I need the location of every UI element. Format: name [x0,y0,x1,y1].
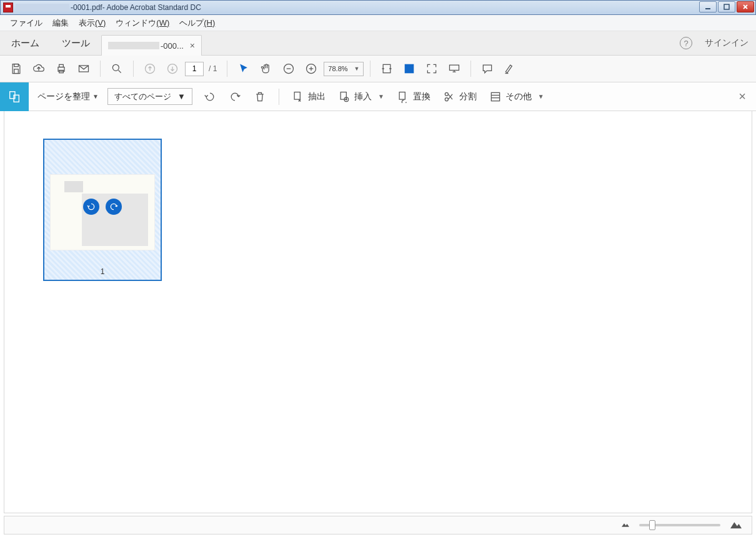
separator [100,61,101,77]
cloud-upload-icon[interactable] [29,59,49,79]
signin-link[interactable]: サインイン [705,37,749,49]
svg-line-11 [119,71,121,73]
menubar: ファイル 編集 表示(V) ウィンドウ(W) ヘルプ(H) [0,15,756,31]
acrobat-app-icon [3,2,13,12]
svg-rect-24 [294,92,300,99]
window-titlebar: -0001.pdf - Adobe Acrobat Standard DC [0,0,756,15]
chevron-down-icon: ▼ [354,66,359,72]
thumbnail-canvas: 1 [4,111,752,513]
title-appname: - Adobe Acrobat Standard DC [102,3,201,12]
page-thumbnail-selected[interactable]: 1 [43,139,162,281]
fit-window-icon[interactable] [399,59,419,79]
extract-button[interactable]: 抽出 [288,87,329,107]
filename-redacted [16,4,69,11]
svg-rect-30 [491,92,499,101]
page-filter-dropdown[interactable]: すべてのページ▼ [107,88,192,105]
chevron-down-icon: ▼ [177,92,186,101]
read-mode-icon[interactable] [444,59,464,79]
chevron-down-icon: ▼ [538,93,544,100]
svg-rect-4 [14,64,19,67]
mail-icon[interactable] [74,59,94,79]
chevron-down-icon: ▼ [92,93,99,100]
svg-point-10 [112,64,119,71]
document-tab[interactable]: -000... × [101,35,202,56]
organize-pages-sidetab-icon[interactable] [0,82,29,111]
rotate-ccw-icon[interactable] [200,87,220,107]
svg-rect-5 [14,69,19,74]
title-filename-suffix: -0001.pdf [71,3,102,12]
zoom-small-icon[interactable] [620,520,630,531]
selection-tool-icon[interactable] [234,59,254,79]
separator [470,61,471,77]
doc-tab-name-redacted [108,42,159,49]
zoom-in-icon[interactable] [301,59,321,79]
print-icon[interactable] [51,59,71,79]
thumbnail-rotate-cw-icon[interactable] [106,199,122,215]
organize-pages-dropdown[interactable]: ページを整理▼ [29,91,107,102]
other-button[interactable]: その他▼ [485,87,548,107]
svg-rect-7 [59,64,64,67]
svg-point-28 [445,92,448,96]
menu-edit[interactable]: 編集 [47,17,74,29]
page-number-input[interactable] [185,62,204,76]
separator [227,61,227,77]
prev-page-icon[interactable] [140,59,160,79]
split-button[interactable]: 分割 [439,87,480,107]
svg-rect-1 [724,4,729,9]
close-window-button[interactable] [737,1,754,12]
doc-tab-suffix: -000... [161,41,184,51]
thumbnail-page-number: 1 [44,267,161,276]
search-icon[interactable] [107,59,127,79]
svg-rect-19 [384,64,391,72]
tab-home[interactable]: ホーム [0,31,51,55]
tabsbar: ホーム ツール -000... × ? サインイン [0,31,756,56]
highlight-icon[interactable] [500,59,520,79]
close-tab-icon[interactable]: × [190,41,195,51]
close-panel-icon[interactable]: × [739,82,746,111]
next-page-icon[interactable] [162,59,182,79]
separator [279,89,279,105]
main-toolbar: / 1 78.8%▼ [0,56,756,82]
separator [133,61,134,77]
maximize-button[interactable] [718,1,735,12]
delete-icon[interactable] [250,87,270,107]
svg-point-29 [445,97,448,101]
statusbar [4,516,752,535]
zoom-out-icon[interactable] [279,59,299,79]
zoom-large-icon[interactable] [729,518,743,532]
menu-file[interactable]: ファイル [5,17,47,29]
replace-button[interactable]: 置換 [393,87,434,107]
svg-rect-27 [399,92,405,99]
rotate-cw-icon[interactable] [225,87,245,107]
tab-tool[interactable]: ツール [51,31,101,55]
help-icon[interactable]: ? [680,37,692,49]
zoom-slider[interactable] [639,524,720,526]
comment-icon[interactable] [477,59,497,79]
separator [370,61,371,77]
chevron-down-icon: ▼ [378,93,384,100]
svg-rect-25 [341,92,346,99]
zoom-level-dropdown[interactable]: 78.8%▼ [324,62,364,76]
menu-help[interactable]: ヘルプ(H) [174,17,220,29]
hand-tool-icon[interactable] [256,59,276,79]
fit-width-icon[interactable] [377,59,397,79]
thumbnail-rotate-ccw-icon[interactable] [83,199,99,215]
save-icon[interactable] [6,59,26,79]
svg-rect-21 [450,65,459,70]
page-total-label: / 1 [209,64,217,73]
fullscreen-icon[interactable] [422,59,442,79]
insert-button[interactable]: 挿入▼ [334,87,388,107]
menu-view[interactable]: 表示(V) [74,17,111,29]
organize-pages-toolbar: ページを整理▼ すべてのページ▼ 抽出 挿入▼ 置換 分割 その他▼ × [0,82,756,111]
minimize-button[interactable] [699,1,717,12]
zoom-slider-knob[interactable] [649,520,655,530]
menu-window[interactable]: ウィンドウ(W) [111,17,174,29]
